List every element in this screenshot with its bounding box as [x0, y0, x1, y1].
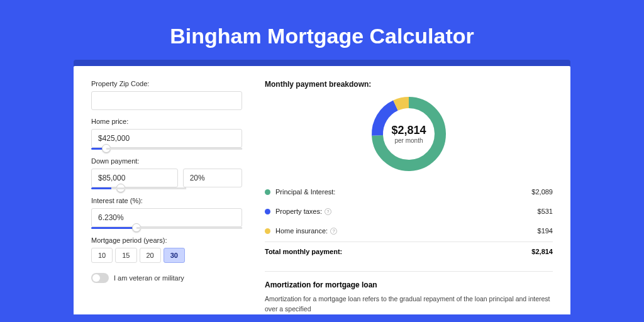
down-payment-slider-thumb[interactable]	[116, 184, 125, 192]
donut-value: $2,814	[391, 124, 426, 137]
down-payment-group: Down payment:	[91, 157, 242, 189]
legend-dot	[265, 189, 270, 195]
donut-center: $2,814 per month	[371, 96, 447, 172]
down-payment-percent-input[interactable]	[183, 169, 242, 187]
legend-value: $531	[538, 208, 553, 215]
down-payment-slider[interactable]	[91, 187, 186, 189]
period-button-30[interactable]: 30	[164, 248, 185, 263]
rate-slider-thumb[interactable]	[132, 223, 141, 232]
period-group: Mortgage period (years): 10152030	[91, 236, 242, 263]
price-label: Home price:	[91, 118, 242, 125]
veteran-toggle[interactable]	[91, 273, 109, 283]
legend: Principal & Interest:$2,089Property taxe…	[265, 182, 553, 240]
legend-row-2: Home insurance:?$194	[265, 221, 553, 240]
amortization-text: Amortization for a mortgage loan refers …	[265, 294, 553, 314]
down-payment-label: Down payment:	[91, 157, 242, 165]
veteran-label: I am veteran or military	[114, 274, 184, 282]
page-title: Bingham Mortgage Calculator	[0, 0, 644, 60]
breakdown-title: Monthly payment breakdown:	[265, 80, 553, 89]
legend-label-text: Home insurance:	[275, 227, 328, 235]
legend-label-text: Principal & Interest:	[275, 188, 335, 196]
input-panel: Property Zip Code: Home price: Down paym…	[91, 80, 242, 314]
rate-slider[interactable]	[91, 227, 242, 229]
calculator-card: Property Zip Code: Home price: Down paym…	[74, 66, 570, 314]
price-input[interactable]	[91, 129, 242, 148]
rate-label: Interest rate (%):	[91, 197, 242, 204]
rate-group: Interest rate (%):	[91, 197, 242, 229]
down-payment-row	[91, 169, 242, 187]
zip-label: Property Zip Code:	[91, 80, 242, 87]
page: Bingham Mortgage Calculator Property Zip…	[0, 0, 644, 322]
card-outer: Property Zip Code: Home price: Down paym…	[74, 60, 570, 314]
breakdown-panel: Monthly payment breakdown: $2,814 per mo…	[265, 80, 553, 314]
down-payment-amount-input[interactable]	[91, 169, 178, 187]
amortization-title: Amortization for mortgage loan	[265, 271, 553, 289]
legend-label-text: Property taxes:	[275, 208, 322, 215]
period-button-15[interactable]: 15	[115, 248, 136, 263]
price-slider-thumb[interactable]	[102, 144, 111, 153]
price-group: Home price:	[91, 118, 242, 150]
legend-value: $194	[538, 227, 553, 235]
period-buttons: 10152030	[91, 248, 242, 263]
donut-chart-wrap: $2,814 per month	[265, 94, 553, 178]
zip-input[interactable]	[91, 91, 242, 110]
donut-sub: per month	[394, 137, 423, 144]
total-label: Total monthly payment:	[265, 248, 531, 255]
veteran-row: I am veteran or military	[91, 273, 242, 283]
total-row: Total monthly payment: $2,814	[265, 242, 553, 261]
period-button-10[interactable]: 10	[91, 248, 113, 263]
total-value: $2,814	[531, 248, 553, 255]
donut-chart: $2,814 per month	[371, 96, 447, 172]
legend-dot	[265, 228, 270, 234]
price-slider[interactable]	[91, 148, 242, 150]
period-button-20[interactable]: 20	[140, 248, 161, 263]
legend-row-0: Principal & Interest:$2,089	[265, 182, 553, 201]
legend-dot	[265, 209, 270, 214]
rate-input[interactable]	[91, 208, 242, 227]
zip-group: Property Zip Code:	[91, 80, 242, 110]
info-icon[interactable]: ?	[325, 208, 331, 215]
info-icon[interactable]: ?	[330, 228, 337, 235]
period-label: Mortgage period (years):	[91, 236, 242, 244]
legend-value: $2,089	[531, 188, 553, 196]
legend-row-1: Property taxes:?$531	[265, 201, 553, 221]
